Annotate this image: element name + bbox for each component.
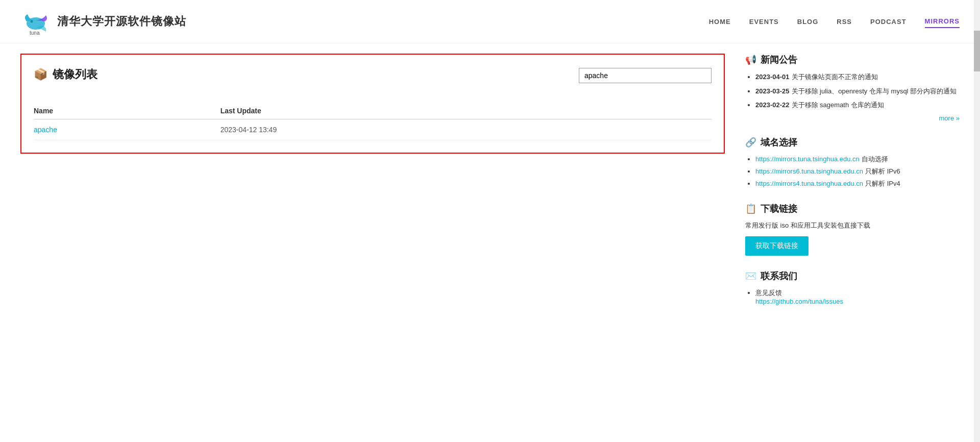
svg-point-1 (31, 20, 33, 23)
domain-section: 🔗 域名选择 https://mirrors.tuna.tsinghua.edu… (745, 136, 960, 188)
download-icon: 📋 (745, 203, 756, 214)
news-date: 2023-04-01 (755, 73, 790, 81)
mirror-table: Name Last Update apache 2023-04-12 13:49 (34, 103, 712, 140)
right-sidebar: 📢 新闻公告 2023-04-01关于镜像站页面不正常的通知2023-03-25… (745, 54, 960, 320)
download-title: 📋 下载链接 (745, 203, 960, 215)
news-item: 2023-04-01关于镜像站页面不正常的通知 (755, 72, 960, 82)
news-text: 关于镜像站页面不正常的通知 (792, 73, 878, 81)
megaphone-icon: 📢 (745, 54, 756, 65)
domain-title: 🔗 域名选择 (745, 136, 960, 149)
mirror-list-title: 📦 镜像列表 (34, 67, 97, 82)
contact-list: 意见反馈 https://github.com/tuna/issues (745, 288, 960, 305)
nav-home[interactable]: HOME (709, 16, 731, 28)
nav-rss[interactable]: RSS (837, 16, 852, 28)
mirror-list-box: 📦 镜像列表 Name Last Update (20, 54, 725, 154)
domain-link[interactable]: https://mirrors.tuna.tsinghua.edu.cn (755, 155, 860, 163)
news-item: 2023-03-25关于移除 julia、openresty 仓库与 mysql… (755, 86, 960, 96)
news-list: 2023-04-01关于镜像站页面不正常的通知2023-03-25关于移除 ju… (745, 72, 960, 110)
contact-title: ✉️ 联系我们 (745, 270, 960, 282)
news-text: 关于移除 sagemath 仓库的通知 (792, 101, 884, 109)
header: tuna 清华大学开源软件镜像站 HOME EVENTS BLOG RSS PO… (0, 0, 980, 43)
domain-desc: 只解析 IPv4 (865, 180, 900, 187)
col-name-header: Name (34, 103, 210, 119)
domain-item: https://mirrors6.tuna.tsinghua.edu.cn只解析… (755, 167, 960, 176)
news-date: 2023-03-25 (755, 87, 790, 95)
mirror-update-cell: 2023-04-12 13:49 (210, 119, 712, 140)
nav-blog[interactable]: BLOG (797, 16, 819, 28)
download-desc: 常用发行版 iso 和应用工具安装包直接下载 (745, 221, 960, 230)
scrollbar[interactable] (974, 0, 980, 330)
email-icon: ✉️ (745, 271, 756, 282)
table-row: apache 2023-04-12 13:49 (34, 119, 712, 140)
mirror-name-cell: apache (34, 119, 210, 140)
domain-item: https://mirrors4.tuna.tsinghua.edu.cn只解析… (755, 179, 960, 188)
site-name: 清华大学开源软件镜像站 (57, 14, 186, 29)
news-text: 关于移除 julia、openresty 仓库与 mysql 部分内容的通知 (792, 87, 957, 95)
main-container: 📦 镜像列表 Name Last Update (0, 43, 980, 330)
domain-desc: 只解析 IPv6 (865, 167, 900, 175)
news-section: 📢 新闻公告 2023-04-01关于镜像站页面不正常的通知2023-03-25… (745, 54, 960, 122)
nav-podcast[interactable]: PODCAST (870, 16, 906, 28)
mirror-link[interactable]: apache (34, 126, 57, 134)
contact-feedback: 意见反馈 https://github.com/tuna/issues (755, 288, 960, 305)
download-btn[interactable]: 获取下载链接 (745, 236, 808, 256)
contact-feedback-label: 意见反馈 (755, 289, 782, 297)
news-item: 2023-02-22关于移除 sagemath 仓库的通知 (755, 100, 960, 110)
table-header-row: Name Last Update (34, 103, 712, 119)
domain-list: https://mirrors.tuna.tsinghua.edu.cn自动选择… (745, 155, 960, 188)
search-input[interactable] (579, 68, 712, 83)
nav-events[interactable]: EVENTS (749, 16, 779, 28)
scrollbar-thumb[interactable] (974, 31, 980, 71)
left-content: 📦 镜像列表 Name Last Update (20, 54, 725, 320)
search-area (579, 68, 712, 83)
domain-link[interactable]: https://mirrors6.tuna.tsinghua.edu.cn (755, 167, 863, 175)
contact-section: ✉️ 联系我们 意见反馈 https://github.com/tuna/iss… (745, 270, 960, 305)
main-nav: HOME EVENTS BLOG RSS PODCAST MIRRORS (709, 15, 960, 28)
download-section: 📋 下载链接 常用发行版 iso 和应用工具安装包直接下载 获取下载链接 (745, 203, 960, 256)
box-icon: 📦 (34, 68, 47, 81)
tuna-logo: tuna (20, 6, 51, 37)
domain-item: https://mirrors.tuna.tsinghua.edu.cn自动选择 (755, 155, 960, 164)
svg-text:tuna: tuna (30, 30, 40, 36)
news-title: 📢 新闻公告 (745, 54, 960, 66)
news-date: 2023-02-22 (755, 101, 790, 109)
contact-feedback-link[interactable]: https://github.com/tuna/issues (755, 298, 843, 305)
news-more-link[interactable]: more » (745, 114, 960, 122)
link-icon: 🔗 (745, 137, 756, 148)
col-update-header: Last Update (210, 103, 712, 119)
domain-desc: 自动选择 (862, 155, 888, 163)
logo-area: tuna 清华大学开源软件镜像站 (20, 6, 186, 37)
domain-link[interactable]: https://mirrors4.tuna.tsinghua.edu.cn (755, 180, 863, 187)
nav-mirrors[interactable]: MIRRORS (925, 15, 960, 28)
